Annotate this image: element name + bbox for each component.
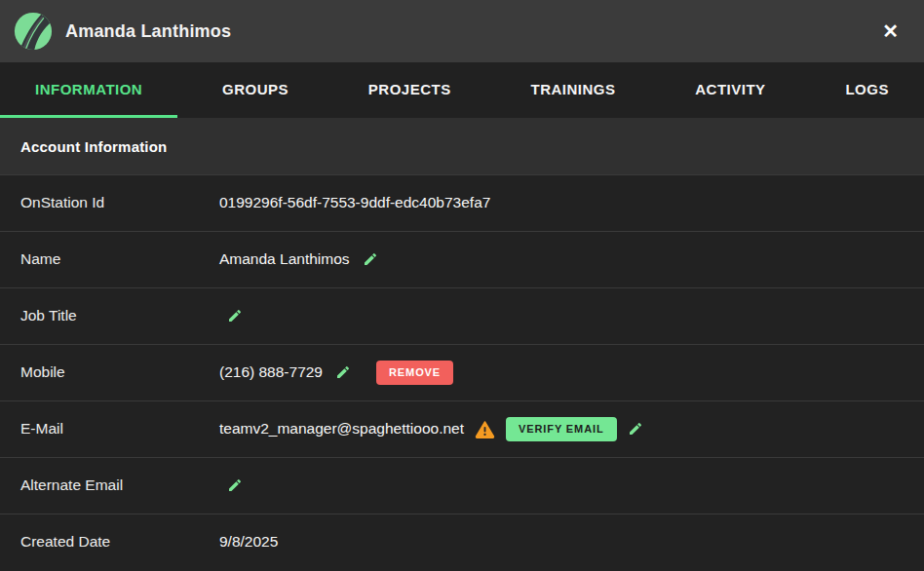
close-icon: ✕ (882, 20, 899, 42)
tab-groups[interactable]: GROUPS (187, 62, 324, 118)
verify-email-button[interactable]: VERIFY EMAIL (506, 417, 617, 441)
modal-header: Amanda Lanthimos ✕ (0, 0, 924, 62)
pencil-icon (363, 251, 378, 267)
field-label: OnStation Id (0, 194, 219, 211)
page-title: Amanda Lanthimos (65, 21, 231, 42)
edit-alternate-email-button[interactable] (227, 477, 243, 493)
row-mobile: Mobile (216) 888-7729 REMOVE (0, 344, 924, 400)
user-profile-modal: Amanda Lanthimos ✕ INFORMATION GROUPS PR… (0, 0, 924, 571)
row-onstation-id: OnStation Id 0199296f-56df-7553-9ddf-edc… (0, 174, 924, 231)
row-created-date: Created Date 9/8/2025 (0, 514, 924, 570)
remove-mobile-button[interactable]: REMOVE (376, 361, 453, 385)
pencil-icon (227, 308, 243, 324)
warning-triangle-icon (475, 420, 495, 438)
tab-bar: INFORMATION GROUPS PROJECTS TRAININGS AC… (0, 62, 924, 118)
tab-trainings[interactable]: TRAININGS (495, 62, 650, 118)
field-label: Created Date (0, 533, 219, 551)
pencil-icon (227, 477, 243, 493)
tab-activity[interactable]: ACTIVITY (660, 62, 800, 118)
edit-email-button[interactable] (628, 421, 643, 437)
edit-job-title-button[interactable] (227, 308, 243, 324)
field-label: E-Mail (0, 420, 219, 438)
mobile-value: (216) 888-7729 (219, 363, 323, 381)
row-email: E-Mail teamv2_manager@spaghettiooo.net V… (0, 400, 924, 457)
close-button[interactable]: ✕ (878, 18, 903, 45)
pencil-icon (335, 364, 351, 380)
row-name: Name Amanda Lanthimos (0, 231, 924, 287)
tab-information[interactable]: INFORMATION (0, 62, 177, 118)
field-label: Job Title (0, 307, 219, 324)
edit-mobile-button[interactable] (335, 364, 351, 380)
edit-name-button[interactable] (363, 251, 378, 267)
section-title: Account Information (20, 138, 167, 155)
created-date-value: 9/8/2025 (219, 533, 278, 551)
row-alternate-email: Alternate Email (0, 457, 924, 514)
section-header: Account Information (0, 118, 924, 174)
field-label: Mobile (0, 363, 219, 381)
field-label: Name (0, 250, 219, 268)
row-job-title: Job Title (0, 287, 924, 344)
pencil-icon (628, 421, 643, 437)
tab-projects[interactable]: PROJECTS (333, 62, 486, 118)
field-label: Alternate Email (0, 476, 219, 494)
onstation-logo-icon (14, 12, 53, 51)
email-value: teamv2_manager@spaghettiooo.net (219, 420, 464, 438)
tab-logs[interactable]: LOGS (810, 62, 924, 118)
onstation-id-value: 0199296f-56df-7553-9ddf-edc40b73efa7 (219, 194, 490, 211)
name-value: Amanda Lanthimos (219, 250, 350, 268)
